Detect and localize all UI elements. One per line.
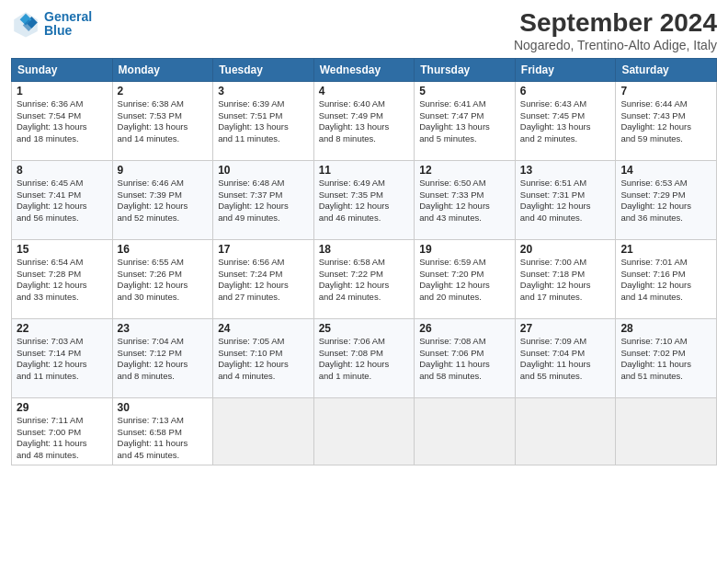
col-wednesday: Wednesday — [313, 58, 415, 81]
table-row: 28Sunrise: 7:10 AMSunset: 7:02 PMDayligh… — [616, 318, 717, 397]
day-info: Sunrise: 6:36 AMSunset: 7:54 PMDaylight:… — [17, 98, 108, 145]
day-info: Sunrise: 6:53 AMSunset: 7:29 PMDaylight:… — [620, 178, 711, 224]
calendar-header-row: Sunday Monday Tuesday Wednesday Thursday… — [12, 58, 717, 81]
main-title: September 2024 — [514, 9, 717, 38]
day-number: 2 — [118, 85, 209, 98]
day-number: 3 — [218, 85, 309, 98]
table-row: 30Sunrise: 7:13 AMSunset: 6:58 PMDayligh… — [112, 397, 213, 465]
table-row: 20Sunrise: 7:00 AMSunset: 7:18 PMDayligh… — [515, 239, 616, 318]
logo: General Blue — [11, 9, 92, 39]
day-info: Sunrise: 6:59 AMSunset: 7:20 PMDaylight:… — [419, 257, 510, 304]
calendar-table: Sunday Monday Tuesday Wednesday Thursday… — [11, 58, 717, 465]
day-info: Sunrise: 7:05 AMSunset: 7:10 PMDaylight:… — [218, 336, 309, 383]
table-row: 22Sunrise: 7:03 AMSunset: 7:14 PMDayligh… — [12, 318, 113, 397]
day-info: Sunrise: 6:46 AMSunset: 7:39 PMDaylight:… — [118, 178, 209, 224]
day-info: Sunrise: 7:06 AMSunset: 7:08 PMDaylight:… — [319, 336, 410, 383]
day-info: Sunrise: 7:04 AMSunset: 7:12 PMDaylight:… — [118, 336, 209, 383]
table-row: 19Sunrise: 6:59 AMSunset: 7:20 PMDayligh… — [415, 239, 516, 318]
table-row: 23Sunrise: 7:04 AMSunset: 7:12 PMDayligh… — [112, 318, 213, 397]
table-row: 17Sunrise: 6:56 AMSunset: 7:24 PMDayligh… — [213, 239, 314, 318]
col-saturday: Saturday — [616, 58, 717, 81]
table-row: 18Sunrise: 6:58 AMSunset: 7:22 PMDayligh… — [313, 239, 415, 318]
day-number: 23 — [118, 322, 209, 335]
day-info: Sunrise: 6:43 AMSunset: 7:45 PMDaylight:… — [520, 98, 611, 145]
day-number: 5 — [419, 85, 510, 98]
day-number: 25 — [319, 322, 410, 335]
day-info: Sunrise: 6:40 AMSunset: 7:49 PMDaylight:… — [319, 98, 410, 145]
col-sunday: Sunday — [12, 58, 113, 81]
table-row: 29Sunrise: 7:11 AMSunset: 7:00 PMDayligh… — [12, 397, 113, 465]
day-number: 8 — [17, 164, 108, 177]
table-row: 14Sunrise: 6:53 AMSunset: 7:29 PMDayligh… — [616, 160, 717, 239]
day-number: 24 — [218, 322, 309, 335]
day-info: Sunrise: 7:11 AMSunset: 7:00 PMDaylight:… — [17, 415, 108, 462]
day-number: 18 — [319, 243, 410, 256]
day-number: 22 — [17, 322, 108, 335]
col-tuesday: Tuesday — [213, 58, 314, 81]
day-number: 26 — [419, 322, 510, 335]
day-info: Sunrise: 6:50 AMSunset: 7:33 PMDaylight:… — [419, 178, 510, 224]
col-monday: Monday — [112, 58, 213, 81]
table-row — [415, 397, 516, 465]
day-number: 9 — [118, 164, 209, 177]
day-info: Sunrise: 6:51 AMSunset: 7:31 PMDaylight:… — [520, 178, 611, 224]
day-info: Sunrise: 6:56 AMSunset: 7:24 PMDaylight:… — [218, 257, 309, 304]
day-info: Sunrise: 6:49 AMSunset: 7:35 PMDaylight:… — [319, 178, 410, 224]
day-number: 1 — [17, 85, 108, 98]
logo-text: General Blue — [44, 10, 92, 39]
table-row: 27Sunrise: 7:09 AMSunset: 7:04 PMDayligh… — [515, 318, 616, 397]
day-number: 29 — [17, 401, 108, 414]
title-block: September 2024 Nogaredo, Trentino-Alto A… — [514, 9, 717, 52]
table-row: 11Sunrise: 6:49 AMSunset: 7:35 PMDayligh… — [313, 160, 415, 239]
day-number: 7 — [620, 85, 711, 98]
table-row: 24Sunrise: 7:05 AMSunset: 7:10 PMDayligh… — [213, 318, 314, 397]
day-info: Sunrise: 6:54 AMSunset: 7:28 PMDaylight:… — [17, 257, 108, 304]
logo-icon — [11, 9, 40, 39]
day-number: 10 — [218, 164, 309, 177]
day-number: 6 — [520, 85, 611, 98]
day-number: 28 — [620, 322, 711, 335]
header: General Blue September 2024 Nogaredo, Tr… — [11, 9, 717, 52]
day-info: Sunrise: 6:44 AMSunset: 7:43 PMDaylight:… — [620, 98, 711, 145]
day-info: Sunrise: 7:00 AMSunset: 7:18 PMDaylight:… — [520, 257, 611, 304]
table-row: 15Sunrise: 6:54 AMSunset: 7:28 PMDayligh… — [12, 239, 113, 318]
table-row: 21Sunrise: 7:01 AMSunset: 7:16 PMDayligh… — [616, 239, 717, 318]
day-info: Sunrise: 6:38 AMSunset: 7:53 PMDaylight:… — [118, 98, 209, 145]
table-row — [313, 397, 415, 465]
day-number: 13 — [520, 164, 611, 177]
day-number: 19 — [419, 243, 510, 256]
table-row: 25Sunrise: 7:06 AMSunset: 7:08 PMDayligh… — [313, 318, 415, 397]
table-row: 1Sunrise: 6:36 AMSunset: 7:54 PMDaylight… — [12, 81, 113, 160]
logo-blue: Blue — [44, 24, 92, 38]
day-number: 20 — [520, 243, 611, 256]
day-number: 21 — [620, 243, 711, 256]
day-number: 14 — [620, 164, 711, 177]
table-row: 7Sunrise: 6:44 AMSunset: 7:43 PMDaylight… — [616, 81, 717, 160]
table-row — [515, 397, 616, 465]
table-row: 9Sunrise: 6:46 AMSunset: 7:39 PMDaylight… — [112, 160, 213, 239]
table-row: 10Sunrise: 6:48 AMSunset: 7:37 PMDayligh… — [213, 160, 314, 239]
table-row: 2Sunrise: 6:38 AMSunset: 7:53 PMDaylight… — [112, 81, 213, 160]
day-info: Sunrise: 7:09 AMSunset: 7:04 PMDaylight:… — [520, 336, 611, 383]
day-info: Sunrise: 6:58 AMSunset: 7:22 PMDaylight:… — [319, 257, 410, 304]
day-info: Sunrise: 7:01 AMSunset: 7:16 PMDaylight:… — [620, 257, 711, 304]
day-info: Sunrise: 7:03 AMSunset: 7:14 PMDaylight:… — [17, 336, 108, 383]
table-row: 26Sunrise: 7:08 AMSunset: 7:06 PMDayligh… — [415, 318, 516, 397]
table-row: 8Sunrise: 6:45 AMSunset: 7:41 PMDaylight… — [12, 160, 113, 239]
logo-general: General — [44, 9, 92, 24]
day-info: Sunrise: 6:41 AMSunset: 7:47 PMDaylight:… — [419, 98, 510, 145]
day-info: Sunrise: 6:45 AMSunset: 7:41 PMDaylight:… — [17, 178, 108, 224]
table-row: 3Sunrise: 6:39 AMSunset: 7:51 PMDaylight… — [213, 81, 314, 160]
day-info: Sunrise: 7:08 AMSunset: 7:06 PMDaylight:… — [419, 336, 510, 383]
day-number: 4 — [319, 85, 410, 98]
table-row: 5Sunrise: 6:41 AMSunset: 7:47 PMDaylight… — [415, 81, 516, 160]
col-thursday: Thursday — [415, 58, 516, 81]
table-row: 12Sunrise: 6:50 AMSunset: 7:33 PMDayligh… — [415, 160, 516, 239]
day-number: 16 — [118, 243, 209, 256]
col-friday: Friday — [515, 58, 616, 81]
subtitle: Nogaredo, Trentino-Alto Adige, Italy — [514, 38, 717, 52]
day-info: Sunrise: 7:13 AMSunset: 6:58 PMDaylight:… — [118, 415, 209, 462]
table-row: 16Sunrise: 6:55 AMSunset: 7:26 PMDayligh… — [112, 239, 213, 318]
day-number: 11 — [319, 164, 410, 177]
page: General Blue September 2024 Nogaredo, Tr… — [0, 0, 728, 563]
